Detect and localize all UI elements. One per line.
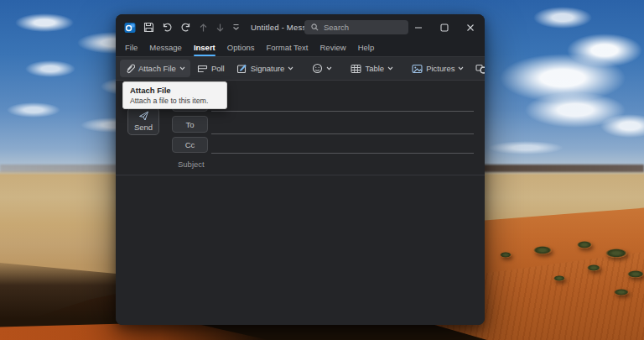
tab-review[interactable]: Review (314, 40, 351, 56)
emoji-button[interactable] (307, 60, 337, 77)
up-arrow-icon[interactable] (199, 23, 208, 33)
to-field-line[interactable] (211, 133, 474, 134)
signature-button[interactable]: Signature (231, 60, 299, 77)
poll-icon (197, 64, 208, 74)
redo-icon[interactable] (180, 22, 191, 33)
cloud (15, 13, 74, 32)
search-placeholder: Search (324, 23, 349, 32)
cloud (7, 102, 60, 118)
tooltip-title: Attach File (130, 86, 220, 95)
desert-shrub (577, 241, 592, 248)
send-plane-icon (138, 111, 149, 121)
search-icon (311, 24, 319, 31)
table-button[interactable]: Table (345, 60, 398, 77)
table-icon (351, 64, 361, 74)
pictures-icon (412, 64, 423, 74)
desert-shrub (587, 264, 600, 271)
outlook-logo (124, 22, 136, 34)
attach-file-button[interactable]: Attach File (120, 60, 190, 77)
chevron-down-icon (179, 66, 185, 71)
chevron-down-icon (387, 66, 393, 71)
cc-field-line[interactable] (211, 153, 474, 154)
tab-format-text[interactable]: Format Text (261, 40, 314, 56)
attach-file-tooltip: Attach File Attach a file to this item. (122, 81, 227, 109)
send-button[interactable]: Send (127, 107, 159, 135)
to-button[interactable]: To (172, 116, 208, 133)
cc-button[interactable]: Cc (172, 137, 208, 153)
cloud (25, 60, 75, 77)
desert-shrub (605, 248, 627, 258)
tab-message[interactable]: Message (143, 40, 188, 56)
poll-button[interactable]: Poll (192, 60, 230, 77)
tab-insert[interactable]: Insert (188, 40, 221, 56)
ribbon-tab-bar: File Message Insert Options Format Text … (116, 40, 485, 57)
shapes-button[interactable] (470, 60, 485, 77)
shapes-icon (475, 64, 485, 74)
maximize-button[interactable] (440, 24, 449, 32)
chevron-down-icon (288, 66, 293, 71)
save-icon[interactable] (143, 22, 154, 33)
emoji-icon (312, 63, 323, 74)
undo-icon[interactable] (162, 22, 173, 33)
desert-shrub (627, 270, 644, 278)
tab-file[interactable]: File (119, 40, 143, 56)
down-arrow-icon[interactable] (216, 23, 225, 33)
subject-label: Subject (178, 160, 205, 169)
ribbon: Attach File Poll Signature (116, 57, 485, 81)
tab-help[interactable]: Help (352, 40, 381, 56)
from-field-line[interactable] (211, 111, 474, 112)
desert-shrub (614, 289, 629, 296)
message-body[interactable] (116, 175, 485, 325)
desert-shrub (553, 275, 565, 281)
desert-shrub (500, 252, 512, 258)
paperclip-icon (125, 63, 135, 74)
signature-icon (236, 63, 247, 74)
tooltip-description: Attach a file to this item. (130, 97, 220, 105)
qat-chevron-icon[interactable] (232, 24, 240, 31)
chevron-down-icon (326, 66, 332, 71)
cloud (488, 141, 564, 154)
cloud (567, 34, 642, 67)
tab-options[interactable]: Options (221, 40, 261, 56)
outlook-message-window: Untitled - Message (H... Search File Mes… (116, 14, 485, 325)
search-input[interactable]: Search (304, 20, 408, 34)
close-button[interactable] (466, 24, 475, 32)
minimize-button[interactable] (414, 24, 423, 32)
cloud (533, 7, 592, 29)
desert-shrub (533, 246, 552, 254)
titlebar[interactable]: Untitled - Message (H... Search (116, 14, 485, 40)
pictures-button[interactable]: Pictures (407, 60, 469, 77)
chevron-down-icon (458, 66, 464, 71)
